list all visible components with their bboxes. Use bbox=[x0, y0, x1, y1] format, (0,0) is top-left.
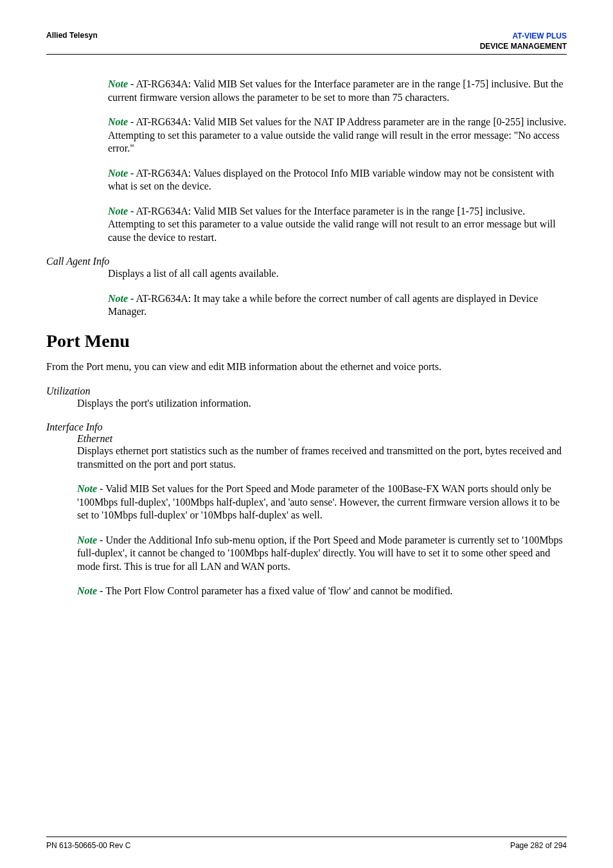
call-agent-note: Note - AT-RG634A: It may take a while be… bbox=[108, 292, 567, 319]
utilization-desc: Displays the port's utilization informat… bbox=[77, 397, 567, 410]
note-label: Note bbox=[77, 585, 100, 596]
note-text: - The Port Flow Control parameter has a … bbox=[100, 585, 452, 596]
interface-note-3: Note - The Port Flow Control parameter h… bbox=[77, 585, 567, 598]
interface-note-1: Note - Valid MIB Set values for the Port… bbox=[77, 483, 567, 522]
footer-divider bbox=[46, 837, 567, 837]
header-left: Allied Telesyn bbox=[46, 31, 98, 40]
interface-note-2: Note - Under the Additional Info sub-men… bbox=[77, 534, 567, 573]
footer-right: Page 282 of 294 bbox=[510, 841, 567, 850]
port-menu-heading: Port Menu bbox=[46, 331, 567, 351]
ethernet-label: Ethernet bbox=[77, 433, 567, 445]
note-text: - Under the Additional Info sub-menu opt… bbox=[77, 535, 563, 572]
note-label: Note bbox=[108, 293, 130, 304]
voip-note-1: Note - AT-RG634A: Valid MIB Set values f… bbox=[108, 78, 567, 104]
note-text: - AT-RG634A: It may take a while before … bbox=[108, 293, 538, 317]
voip-note-3: Note - AT-RG634A: Values displayed on th… bbox=[108, 167, 567, 193]
call-agent-info-label: Call Agent Info bbox=[46, 256, 567, 267]
header-product: AT-VIEW PLUS bbox=[513, 31, 567, 40]
voip-note-4: Note - AT-RG634A: Valid MIB Set values f… bbox=[108, 205, 567, 244]
note-text: - AT-RG634A: Valid MIB Set values for th… bbox=[108, 116, 566, 154]
note-label: Note bbox=[108, 78, 130, 89]
voip-note-2: Note - AT-RG634A: Valid MIB Set values f… bbox=[108, 116, 567, 155]
header-subtitle: DEVICE MANAGEMENT bbox=[480, 42, 567, 51]
page-header: Allied Telesyn AT-VIEW PLUS DEVICE MANAG… bbox=[46, 31, 567, 51]
note-text: - AT-RG634A: Values displayed on the Pro… bbox=[108, 168, 554, 191]
note-label: Note bbox=[108, 116, 130, 127]
ethernet-desc: Displays ethernet port statistics such a… bbox=[77, 445, 567, 471]
note-text: - Valid MIB Set values for the Port Spee… bbox=[77, 483, 560, 520]
note-label: Note bbox=[77, 483, 100, 494]
note-text: - AT-RG634A: Valid MIB Set values for th… bbox=[108, 78, 564, 102]
call-agent-info-desc: Displays a list of all call agents avail… bbox=[108, 267, 567, 280]
port-menu-intro: From the Port menu, you can view and edi… bbox=[46, 360, 567, 373]
note-text: - AT-RG634A: Valid MIB Set values for th… bbox=[108, 206, 556, 243]
note-label: Note bbox=[108, 206, 130, 217]
page-footer: PN 613-50665-00 Rev C Page 282 of 294 bbox=[46, 837, 567, 850]
header-divider bbox=[46, 54, 567, 55]
note-label: Note bbox=[108, 168, 130, 179]
note-label: Note bbox=[77, 535, 100, 545]
footer-left: PN 613-50665-00 Rev C bbox=[46, 841, 130, 850]
header-right: AT-VIEW PLUS DEVICE MANAGEMENT bbox=[480, 31, 567, 51]
utilization-label: Utilization bbox=[46, 385, 567, 397]
interface-info-label: Interface Info bbox=[46, 421, 567, 433]
